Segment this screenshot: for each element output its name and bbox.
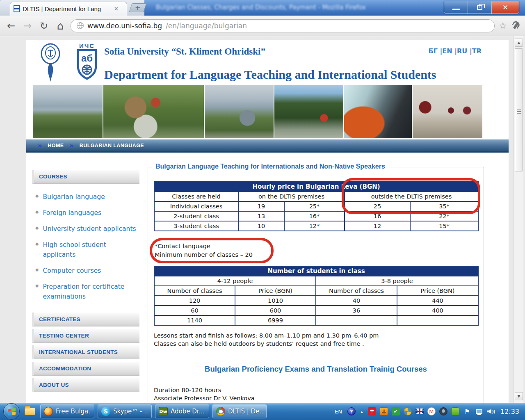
globe-icon	[77, 22, 84, 29]
scroll-up-arrow[interactable]: ▲	[515, 39, 523, 47]
sidebar-section-testing-center[interactable]: TESTING CENTER	[32, 329, 139, 343]
volume-tray-icon[interactable]	[487, 407, 495, 415]
taskbar-clock[interactable]: 12:33	[500, 408, 519, 415]
table1-header: Hourly price in Bulgarian Leva (BGN)	[154, 182, 478, 192]
sidebar-section-about-us[interactable]: ABOUT US	[32, 378, 139, 392]
help-tray-icon[interactable]: ?	[347, 407, 356, 415]
webcam-tray-icon[interactable]	[439, 407, 447, 415]
tab-title: DLTIS | Department for Lang	[23, 5, 111, 12]
plus-icon: +	[135, 5, 140, 11]
sidebar-item-bulgarian-language[interactable]: ◆ Bulgarian language	[35, 192, 137, 202]
scrollbar-thumb[interactable]	[515, 48, 523, 171]
home-button[interactable]: ⌂	[54, 21, 66, 31]
diamond-bullet-icon: ◆	[35, 266, 39, 276]
table1-group-on-premises: on the DLTIS premises	[238, 192, 345, 201]
page-viewport: ИЧС аб Sofia University “St. Kliment Ohr…	[0, 36, 525, 403]
taskbar-button-skype[interactable]: S Skype™ - ...	[98, 404, 152, 418]
dreamweaver-icon: Dw	[159, 407, 168, 416]
close-icon: ✕	[502, 4, 508, 11]
campus-photo-1	[33, 85, 103, 138]
diamond-bullet-icon: ◆	[35, 282, 39, 301]
dltis-shield-logo: ИЧС аб	[76, 42, 98, 81]
sidebar-section-international-students[interactable]: INTERNATIONAL STUDENTS	[32, 345, 139, 359]
breadcrumb: » HOME » BULGARIAN LANGUAGE	[26, 139, 509, 153]
courses-list: ◆ Bulgarian language ◆ Foreign languages…	[32, 186, 139, 313]
diamond-bullet-icon: ◆	[35, 240, 39, 260]
svg-text:аб: аб	[81, 52, 93, 64]
sidebar-item-computer-courses[interactable]: ◆ Computer courses	[35, 266, 137, 276]
folder-icon	[25, 408, 35, 415]
minimize-button[interactable]	[444, 1, 468, 14]
lang-link-tr[interactable]: TR	[472, 47, 482, 55]
green-app-tray-icon[interactable]	[451, 407, 459, 415]
start-button[interactable]	[3, 403, 20, 420]
breadcrumb-home[interactable]: HOME	[48, 143, 64, 148]
uk-flag-tray-icon[interactable]	[415, 409, 424, 414]
keyboard-language-indicator[interactable]: EN	[333, 408, 344, 415]
note-line-2: Minimum number of classes – 20	[155, 251, 253, 259]
explorer-button[interactable]	[23, 404, 37, 418]
lang-link-en[interactable]: EN	[442, 47, 452, 55]
page-body: COURSES ◆ Bulgarian language ◆ Foreign l…	[26, 153, 509, 403]
tab-close-icon[interactable]: ×	[114, 6, 119, 12]
outdoor-classes-text: Classes can also be held outdoors by stu…	[154, 340, 478, 348]
lang-link-bg[interactable]: БГ	[428, 47, 437, 55]
content-fieldset: Bulgarian Language Teaching for Internat…	[148, 167, 484, 403]
note-line-1: *Contact language	[155, 242, 253, 251]
window-controls: ✕	[444, 1, 519, 14]
sidebar-section-accommodation[interactable]: ACCOMMODATION	[32, 362, 139, 376]
table2-group2: 3-8 people	[316, 276, 478, 286]
table-row: Number of classes Price (BGN) Number of …	[154, 286, 478, 296]
browser-tab[interactable]: DLTIS | Department for Lang ×	[10, 2, 127, 16]
taskbar-button-chrome-active[interactable]: DLTIS | De...	[212, 404, 267, 418]
wrench-menu-icon[interactable]	[511, 21, 520, 30]
sidebar-section-certificates[interactable]: CERTIFICATES	[32, 313, 139, 326]
avira-tray-icon[interactable]: ☂	[368, 407, 376, 415]
windows-logo-icon	[8, 408, 16, 415]
restore-button[interactable]	[468, 1, 492, 14]
tab-favicon-icon	[14, 5, 20, 12]
breadcrumb-current[interactable]: BULGARIAN LANGUAGE	[80, 143, 144, 148]
sidebar-item-university-applicants[interactable]: ◆ University student applicants	[35, 224, 137, 234]
site-content: ИЧС аб Sofia University “St. Kliment Ohr…	[26, 40, 509, 403]
sidebar-item-foreign-languages[interactable]: ◆ Foreign languages	[35, 208, 137, 218]
close-button[interactable]: ✕	[492, 1, 519, 14]
main-content: Bulgarian Language Teaching for Internat…	[148, 167, 484, 403]
table1-group-outside-premises: outside the DLTIS premises	[345, 192, 478, 201]
computer-lab-photo	[344, 85, 412, 138]
lang-link-ru[interactable]: RU	[457, 47, 467, 55]
updates-ok-tray-icon[interactable]: ✔	[392, 407, 400, 415]
msn-tray-icon[interactable]	[404, 407, 412, 415]
taskbar-button-dreamweaver[interactable]: Dw Adobe Dr...	[155, 404, 209, 418]
professor-text: Associate Professor Dr V. Venkova	[154, 394, 478, 402]
sidebar-item-highschool-applicants[interactable]: ◆ High school student applicants	[35, 240, 137, 260]
taskbar-button-firefox[interactable]: Free Bulga...	[40, 404, 94, 418]
department-name: Department for Language Teaching and Int…	[104, 68, 436, 82]
back-button[interactable]: ←	[5, 21, 17, 31]
students-table-wrap: Number of students in class 4-12 people …	[154, 266, 478, 326]
sidebar-section-courses[interactable]: COURSES	[32, 170, 139, 184]
table-row: 3-student class 10 12* 12 15*	[154, 221, 478, 231]
chevron-icon: »	[69, 142, 73, 149]
duration-text: Duration 80-120 hours	[154, 386, 478, 394]
vertical-scrollbar[interactable]: ▲ ▼	[514, 36, 523, 403]
show-hidden-icons-arrow[interactable]: ▴	[359, 407, 364, 415]
site-header: ИЧС аб Sofia University “St. Kliment Ohr…	[26, 40, 509, 85]
campus-photo-2	[103, 85, 204, 138]
sidebar-item-certificate-prep[interactable]: ◆ Preparation for certificate examinatio…	[35, 282, 137, 301]
forward-button[interactable]: →	[21, 21, 34, 31]
reload-button[interactable]: ↻	[38, 21, 50, 31]
restore-icon	[477, 5, 482, 10]
flashget-tray-icon[interactable]: ⇊	[380, 407, 388, 415]
gmail-notifier-tray-icon[interactable]: M	[427, 407, 436, 415]
ichs-logo-text: ИЧС	[76, 42, 98, 49]
bookmark-star-icon[interactable]: ☆	[499, 21, 507, 31]
lessons-info: Lessons start and finish as follows: 8.0…	[154, 331, 478, 348]
flag-tray-icon[interactable]: ⚑	[463, 407, 471, 415]
new-tab-button[interactable]: +	[129, 3, 146, 12]
url-bar[interactable]: www.deo.uni-sofia.bg/en/language/bulgari…	[71, 19, 495, 32]
lessons-schedule-text: Lessons start and finish as follows: 8.0…	[154, 331, 478, 340]
diamond-bullet-icon: ◆	[35, 192, 39, 202]
network-display-tray-icon[interactable]	[475, 407, 483, 415]
scroll-down-arrow[interactable]: ▼	[515, 392, 523, 400]
